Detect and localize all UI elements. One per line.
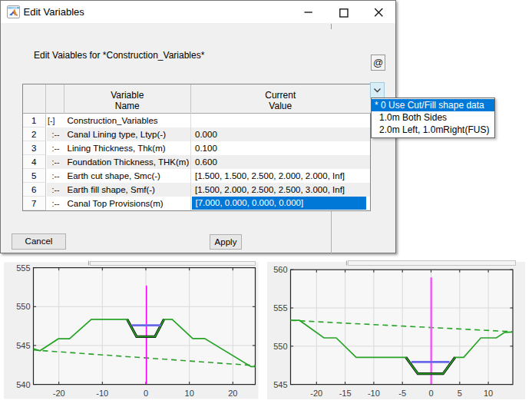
svg-text:5: 5 (458, 389, 462, 398)
svg-text:555: 555 (273, 303, 287, 313)
svg-text:-20: -20 (310, 389, 322, 398)
svg-text:10: 10 (185, 389, 194, 398)
svg-text:-5: -5 (398, 389, 406, 398)
svg-text:550: 550 (273, 342, 287, 351)
svg-text:550: 550 (16, 302, 30, 311)
svg-text:-20: -20 (53, 389, 65, 398)
svg-text:545: 545 (16, 341, 30, 350)
svg-text:-15: -15 (339, 389, 352, 398)
svg-text:560: 560 (273, 265, 287, 274)
svg-text:-10: -10 (368, 389, 380, 398)
svg-text:540: 540 (16, 380, 30, 389)
svg-text:-10: -10 (96, 389, 108, 398)
svg-text:0: 0 (428, 389, 433, 398)
svg-text:555: 555 (16, 263, 30, 273)
svg-text:10: 10 (484, 389, 493, 398)
svg-text:545: 545 (273, 380, 287, 389)
svg-text:0: 0 (144, 389, 148, 398)
svg-text:20: 20 (228, 389, 237, 398)
